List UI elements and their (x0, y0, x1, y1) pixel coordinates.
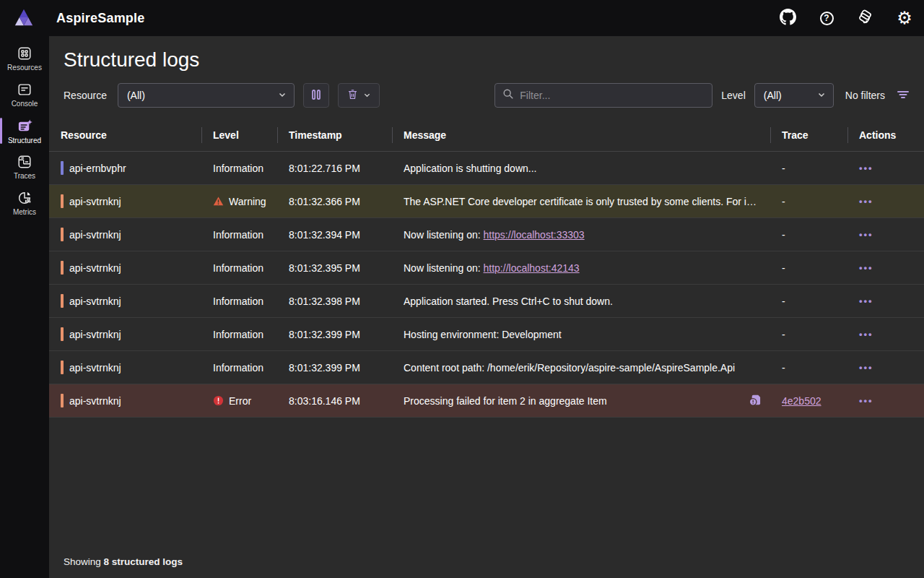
top-bar: AspireSample ? ⚙ (0, 0, 924, 36)
help-button[interactable]: ? (817, 9, 836, 27)
resource-cell: api-svtrnknj (49, 384, 201, 417)
sidebar: Resources Console Structured (0, 36, 49, 578)
row-actions-button[interactable]: ••• (859, 163, 873, 173)
log-row[interactable]: api-svtrnknjInformation8:01:32.395 PMNow… (49, 251, 924, 285)
page-title: Structured logs (64, 48, 924, 72)
message-text: Application started. Press Ctrl+C to shu… (404, 296, 613, 307)
row-actions-button[interactable]: ••• (859, 263, 873, 272)
timestamp-cell: 8:01:32.399 PM (277, 318, 392, 350)
resource-select[interactable]: (All) (118, 83, 295, 108)
resource-cell: api-svtrnknj (49, 318, 201, 350)
summary-count: 8 structured logs (104, 556, 183, 567)
level-cell: Information (201, 285, 277, 317)
trace-cell: - (770, 152, 847, 184)
column-header-trace: Trace (770, 118, 847, 151)
settings-button[interactable]: ⚙ (895, 9, 914, 27)
sidebar-label: Resources (7, 64, 42, 72)
sidebar-item-console[interactable]: Console (0, 77, 49, 113)
log-row[interactable]: api-svtrnknjError8:03:16.146 PMProcessin… (49, 384, 924, 418)
console-icon (17, 82, 32, 98)
resource-color-bar (61, 194, 64, 208)
filter-icon (897, 92, 910, 103)
message-link[interactable]: https://localhost:33303 (484, 229, 585, 241)
sidebar-label: Console (12, 100, 38, 108)
log-filter-search[interactable] (494, 83, 712, 108)
timestamp-cell: 8:01:32.395 PM (277, 251, 392, 284)
message-cell: Processing failed for item 2 in aggregat… (392, 384, 770, 417)
message-link[interactable]: http://localhost:42143 (484, 262, 580, 274)
log-row[interactable]: api-svtrnknjInformation8:01:32.394 PMNow… (49, 218, 924, 251)
filters-button[interactable] (894, 87, 912, 104)
topbar-icons: ? ⚙ (778, 9, 914, 27)
message-cell: Now listening on: http://localhost:42143 (392, 251, 770, 284)
actions-cell: ••• (847, 318, 924, 350)
column-header-actions: Actions (847, 118, 924, 151)
message-cell: Hosting environment: Development (392, 318, 770, 350)
clear-logs-button[interactable] (338, 83, 380, 108)
actions-cell: ••• (847, 285, 924, 317)
row-actions-button[interactable]: ••• (859, 329, 873, 339)
level-text: Information (213, 296, 263, 307)
log-row[interactable]: api-svtrnknjInformation8:01:32.399 PMHos… (49, 318, 924, 351)
resource-name: api-svtrnknj (69, 262, 121, 274)
row-actions-button[interactable]: ••• (859, 197, 873, 206)
table-body: api-ernbvphrInformation8:01:22.716 PMApp… (49, 152, 924, 418)
resource-name: api-svtrnknj (69, 362, 121, 374)
row-actions-button[interactable]: ••• (859, 396, 873, 405)
exception-icon (748, 393, 762, 409)
summary-prefix: Showing (64, 556, 101, 567)
search-icon (502, 88, 514, 103)
aspire-logo-icon (12, 6, 36, 30)
row-actions-button[interactable]: ••• (859, 230, 873, 239)
filter-input[interactable] (520, 90, 705, 101)
trace-cell: - (770, 218, 847, 251)
resource-filter-label: Resource (64, 90, 107, 101)
level-text: Information (213, 329, 263, 340)
trace-link[interactable]: 4e2b502 (782, 395, 821, 407)
trace-value: - (782, 163, 785, 174)
timestamp-cell: 8:01:32.398 PM (277, 285, 392, 317)
message-text: Hosting environment: Development (404, 329, 562, 340)
level-text: Information (213, 262, 263, 274)
no-filters-text: No filters (845, 90, 885, 101)
resource-name: api-svtrnknj (69, 395, 121, 407)
trace-value: - (782, 196, 785, 207)
column-header-timestamp: Timestamp (277, 118, 392, 151)
resource-name: api-svtrnknj (69, 196, 121, 207)
row-actions-button[interactable]: ••• (859, 363, 873, 372)
table-header-row: Resource Level Timestamp Message Trace A… (49, 118, 924, 152)
timestamp-cell: 8:03:16.146 PM (277, 384, 392, 417)
timestamp-cell: 8:01:32.399 PM (277, 351, 392, 384)
resource-name: api-svtrnknj (69, 229, 121, 241)
message-text: Processing failed for item 2 in aggregat… (404, 395, 607, 407)
resource-color-bar (61, 161, 64, 175)
pause-logs-button[interactable] (303, 83, 329, 108)
trace-value: - (782, 229, 785, 241)
log-row[interactable]: api-ernbvphrInformation8:01:22.716 PMApp… (49, 152, 924, 185)
message-cell: Application is shutting down... (392, 152, 770, 184)
log-row[interactable]: api-svtrnknjInformation8:01:32.398 PMApp… (49, 285, 924, 318)
level-text: Warning (229, 196, 266, 207)
sidebar-item-metrics[interactable]: Metrics (0, 185, 49, 221)
row-actions-button[interactable]: ••• (859, 296, 873, 306)
resources-stack-button[interactable] (856, 9, 875, 27)
results-summary: Showing 8 structured logs (49, 556, 924, 578)
trace-cell: 4e2b502 (770, 384, 847, 417)
log-row[interactable]: api-svtrnknjWarning8:01:32.366 PMThe ASP… (49, 185, 924, 218)
level-select[interactable]: (All) (754, 83, 834, 108)
structured-logs-icon (17, 118, 33, 134)
sidebar-item-traces[interactable]: Traces (0, 149, 49, 185)
trace-value: - (782, 329, 785, 340)
log-row[interactable]: api-svtrnknjInformation8:01:32.399 PMCon… (49, 351, 924, 384)
github-button[interactable] (778, 9, 797, 27)
resource-cell: api-ernbvphr (49, 152, 201, 184)
traces-icon (17, 154, 32, 170)
resource-name: api-svtrnknj (69, 329, 121, 340)
actions-cell: ••• (847, 185, 924, 217)
trace-cell: - (770, 185, 847, 217)
level-cell: Error (201, 384, 277, 417)
sidebar-label: Metrics (13, 208, 36, 216)
timestamp-cell: 8:01:32.394 PM (277, 218, 392, 251)
sidebar-item-structured[interactable]: Structured (0, 113, 49, 149)
sidebar-item-resources[interactable]: Resources (0, 40, 49, 77)
